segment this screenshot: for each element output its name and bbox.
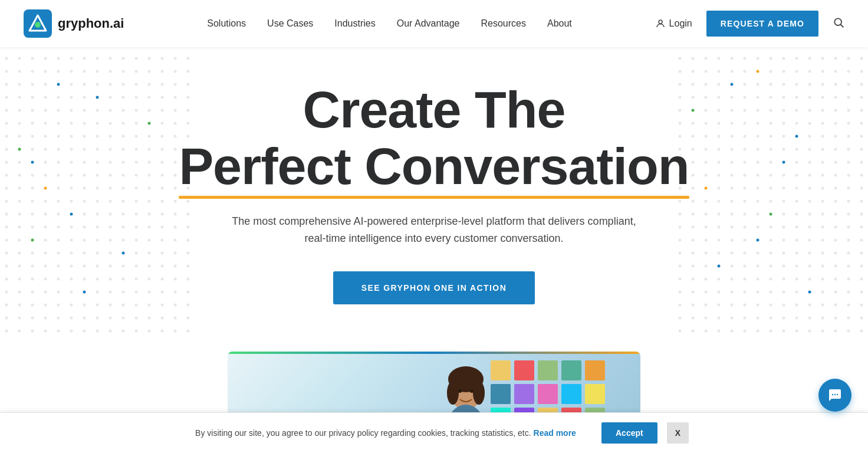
login-label: Login xyxy=(669,18,692,29)
nav-item-about[interactable]: About xyxy=(547,18,572,29)
image-top-border xyxy=(228,352,640,354)
nav-item-industries[interactable]: Industries xyxy=(334,18,375,29)
svg-point-323 xyxy=(31,330,34,333)
svg-point-668 xyxy=(447,381,459,405)
svg-point-655 xyxy=(731,330,734,333)
hero-content: Create The Perfect Conversation The most… xyxy=(0,47,868,328)
accept-cookies-button[interactable]: Accept xyxy=(601,422,657,444)
svg-point-662 xyxy=(821,330,824,333)
svg-point-330 xyxy=(122,330,125,333)
svg-point-652 xyxy=(692,330,695,333)
svg-point-676 xyxy=(458,389,462,393)
nav-link-solutions[interactable]: Solutions xyxy=(207,18,246,28)
svg-point-654 xyxy=(718,330,721,333)
navbar: gryphon.ai Solutions Use Cases Industrie… xyxy=(0,0,868,47)
svg-point-4 xyxy=(834,18,841,25)
svg-point-328 xyxy=(96,330,99,333)
svg-point-324 xyxy=(44,330,47,333)
svg-point-663 xyxy=(834,330,837,333)
login-button[interactable]: Login xyxy=(655,18,692,29)
svg-point-660 xyxy=(795,330,798,333)
svg-point-325 xyxy=(57,330,60,333)
nav-link-industries[interactable]: Industries xyxy=(334,18,375,28)
request-demo-button[interactable]: REQUEST A DEMO xyxy=(706,11,818,37)
svg-point-658 xyxy=(770,330,772,333)
svg-point-659 xyxy=(782,330,785,333)
nav-item-solutions[interactable]: Solutions xyxy=(207,18,246,29)
nav-link-our-advantage[interactable]: Our Advantage xyxy=(397,18,460,28)
svg-point-656 xyxy=(744,330,747,333)
search-button[interactable] xyxy=(833,17,844,31)
svg-point-332 xyxy=(148,330,151,333)
hero-title-line2-wrapper: Perfect Conversation xyxy=(179,139,689,193)
hero-title-line1: Create The xyxy=(12,83,856,137)
svg-point-651 xyxy=(679,330,682,333)
svg-point-333 xyxy=(161,330,164,333)
svg-point-334 xyxy=(174,330,177,333)
svg-point-679 xyxy=(834,394,836,395)
close-cookie-banner-button[interactable]: X xyxy=(667,422,689,444)
svg-point-680 xyxy=(837,394,838,395)
cookie-banner: By visiting our site, you agree to our p… xyxy=(0,412,868,453)
svg-point-331 xyxy=(135,330,138,333)
svg-point-2 xyxy=(35,22,41,28)
svg-point-321 xyxy=(5,330,8,333)
hero-section: /* dots rendered by JS below */ Create T… xyxy=(0,0,868,453)
svg-point-326 xyxy=(70,330,73,333)
svg-point-677 xyxy=(470,389,474,393)
read-more-link[interactable]: Read more xyxy=(534,428,576,438)
logo-icon xyxy=(24,9,52,38)
nav-link-use-cases[interactable]: Use Cases xyxy=(267,18,313,28)
hero-title: Create The Perfect Conversation xyxy=(12,83,856,194)
svg-point-678 xyxy=(832,394,833,395)
nav-item-use-cases[interactable]: Use Cases xyxy=(267,18,313,29)
svg-point-661 xyxy=(808,330,811,333)
svg-point-664 xyxy=(847,330,850,333)
cta-button[interactable]: SEE GRYPHON ONE IN ACTION xyxy=(333,271,535,304)
nav-item-resources[interactable]: Resources xyxy=(481,18,525,29)
svg-point-327 xyxy=(83,330,86,333)
svg-line-5 xyxy=(841,24,844,27)
nav-item-our-advantage[interactable]: Our Advantage xyxy=(397,18,460,29)
nav-link-resources[interactable]: Resources xyxy=(481,18,525,28)
cookie-text: By visiting our site, you agree to our p… xyxy=(179,428,592,438)
nav-link-about[interactable]: About xyxy=(547,18,572,28)
nav-links: Solutions Use Cases Industries Our Advan… xyxy=(207,18,572,29)
svg-point-322 xyxy=(18,330,21,333)
search-icon xyxy=(833,17,844,28)
svg-point-335 xyxy=(187,330,190,333)
hero-title-line2: Perfect Conversation xyxy=(179,139,689,193)
logo-text: gryphon.ai xyxy=(58,16,124,31)
svg-point-665 xyxy=(860,330,863,333)
svg-point-329 xyxy=(109,330,112,333)
svg-point-669 xyxy=(473,381,485,405)
svg-point-653 xyxy=(705,330,708,333)
svg-point-657 xyxy=(757,330,760,333)
nav-right: Login REQUEST A DEMO xyxy=(655,11,844,37)
svg-point-3 xyxy=(659,20,662,24)
chat-icon xyxy=(828,388,842,402)
chat-widget-button[interactable] xyxy=(818,379,851,412)
hero-subtitle: The most comprehensive AI-powered enterp… xyxy=(228,213,640,248)
logo[interactable]: gryphon.ai xyxy=(24,9,124,38)
person-icon xyxy=(655,18,666,29)
